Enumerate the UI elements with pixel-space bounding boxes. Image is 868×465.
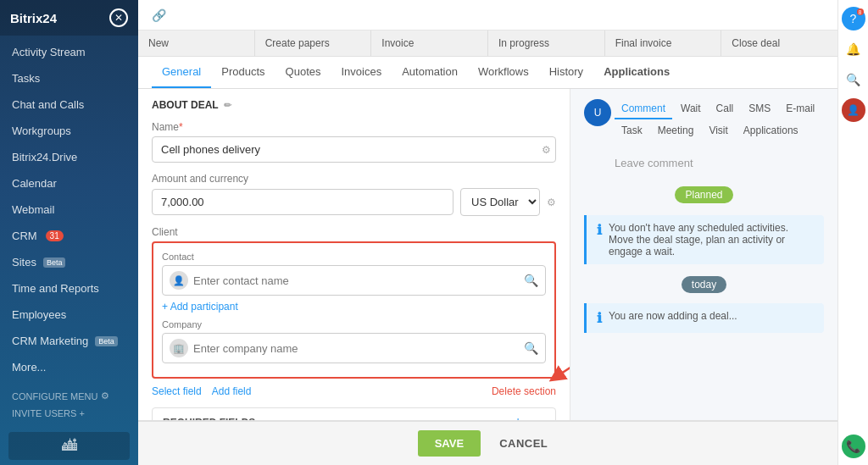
edit-icon[interactable]: ✏ bbox=[224, 100, 231, 111]
activity-tab-call[interactable]: Call bbox=[709, 99, 741, 119]
adding-deal-text: You are now adding a deal... bbox=[609, 310, 737, 322]
add-field-link[interactable]: Add field bbox=[212, 385, 252, 397]
client-label: Client bbox=[152, 226, 556, 238]
sidebar-item-label: Chat and Calls bbox=[12, 98, 84, 111]
sidebar-item-calendar[interactable]: Calendar bbox=[0, 170, 138, 197]
sidebar-item-activity-stream[interactable]: Activity Stream bbox=[0, 39, 138, 65]
tab-automation[interactable]: Automation bbox=[392, 57, 468, 88]
activity-tab-comment[interactable]: Comment bbox=[615, 99, 672, 119]
add-participant-link[interactable]: + Add participant bbox=[162, 301, 546, 313]
activity-tab-visit[interactable]: Visit bbox=[702, 121, 734, 141]
configure-menu-button[interactable]: CONFIGURE MENU ⚙ bbox=[12, 387, 126, 405]
city-icon: 🏙 bbox=[62, 437, 77, 455]
contact-input-row: 👤 🔍 bbox=[162, 265, 546, 296]
delete-section-link[interactable]: Delete section bbox=[492, 385, 556, 397]
tab-invoices[interactable]: Invoices bbox=[331, 57, 392, 88]
search-button[interactable]: 🔍 bbox=[842, 68, 865, 91]
company-search-icon[interactable]: 🔍 bbox=[524, 341, 538, 355]
phone-button[interactable]: 📞 bbox=[842, 435, 865, 458]
stage-in-progress[interactable]: In progress bbox=[488, 30, 605, 56]
activity-header-row: U Comment Wait Call SMS bbox=[584, 99, 824, 181]
tab-products[interactable]: Products bbox=[211, 57, 275, 88]
today-badge: today bbox=[682, 276, 726, 293]
sidebar-item-drive[interactable]: Bitrix24.Drive bbox=[0, 144, 138, 170]
currency-select[interactable]: US Dollar EUR GBP bbox=[460, 188, 540, 216]
invite-users-button[interactable]: INVITE USERS + bbox=[12, 405, 126, 422]
company-name-input[interactable] bbox=[193, 342, 519, 355]
activity-content: Comment Wait Call SMS E-mail bbox=[615, 99, 824, 181]
no-activities-info: ℹ You don't have any scheduled activitie… bbox=[584, 215, 824, 264]
stage-new[interactable]: New bbox=[138, 30, 255, 56]
stage-close-deal[interactable]: Close deal bbox=[721, 30, 837, 56]
contact-avatar-icon: 👤 bbox=[170, 271, 188, 290]
stage-invoice[interactable]: Invoice bbox=[371, 30, 488, 56]
help-button[interactable]: ? 8 bbox=[842, 7, 865, 30]
stage-final-invoice[interactable]: Final invoice bbox=[605, 30, 722, 56]
sidebar-header: Bitrix24 ✕ bbox=[0, 0, 138, 36]
user-profile-button[interactable]: 👤 bbox=[842, 98, 865, 122]
tab-quotes[interactable]: Quotes bbox=[275, 57, 331, 88]
topbar: 🔗 bbox=[138, 0, 837, 30]
stage-label: New bbox=[148, 37, 169, 49]
sidebar-item-more[interactable]: More... bbox=[0, 354, 138, 380]
sidebar-item-label: CRM Marketing bbox=[12, 335, 88, 347]
sidebar-item-label: Sites bbox=[12, 256, 36, 268]
name-input[interactable] bbox=[152, 136, 556, 163]
tab-general[interactable]: General bbox=[152, 57, 211, 88]
sidebar-item-label: Bitrix24.Drive bbox=[12, 151, 77, 163]
about-deal-title: ABOUT DEAL bbox=[152, 99, 219, 111]
adding-deal-message: ℹ You are now adding a deal... bbox=[584, 303, 824, 333]
sidebar-item-label: Time and Reports bbox=[12, 282, 99, 295]
sidebar-item-time-reports[interactable]: Time and Reports bbox=[0, 275, 138, 302]
activity-tab-applications[interactable]: Applications bbox=[737, 121, 805, 141]
sidebar-item-label: Webmail bbox=[12, 203, 54, 216]
stage-label: Close deal bbox=[732, 37, 780, 49]
no-activities-text: You don't have any scheduled activities.… bbox=[609, 222, 814, 257]
sidebar-item-chat-calls[interactable]: Chat and Calls bbox=[0, 91, 138, 118]
contact-name-input[interactable] bbox=[193, 274, 519, 287]
amount-input[interactable] bbox=[152, 189, 453, 215]
sidebar-item-crm[interactable]: CRM 31 bbox=[0, 223, 138, 249]
notifications-button[interactable]: 🔔 bbox=[842, 37, 865, 61]
sidebar-item-webmail[interactable]: Webmail bbox=[0, 197, 138, 223]
cancel-button[interactable]: CANCEL bbox=[489, 430, 558, 457]
amount-field-options-icon[interactable]: ⚙ bbox=[547, 197, 556, 208]
contact-search-icon[interactable]: 🔍 bbox=[524, 274, 538, 287]
select-field-link[interactable]: Select field bbox=[152, 385, 202, 397]
sidebar-item-crm-marketing[interactable]: CRM Marketing Beta bbox=[0, 328, 138, 354]
name-field-options-icon[interactable]: ⚙ bbox=[542, 144, 551, 156]
stage-label: Invoice bbox=[381, 37, 414, 49]
sidebar-item-workgroups[interactable]: Workgroups bbox=[0, 118, 138, 144]
sidebar-nav: Activity Stream Tasks Chat and Calls Wor… bbox=[0, 36, 138, 380]
activity-tab-sms[interactable]: SMS bbox=[742, 99, 777, 119]
sidebar-item-tasks[interactable]: Tasks bbox=[0, 65, 138, 91]
content-area: ABOUT DEAL ✏ Name* ⚙ Amount and currency bbox=[138, 89, 837, 420]
stage-label: Create papers bbox=[265, 37, 330, 49]
app-logo: Bitrix24 bbox=[10, 11, 57, 25]
bell-icon: 🔔 bbox=[846, 42, 860, 56]
help-notification-dot: 8 bbox=[857, 8, 864, 15]
phone-icon: 📞 bbox=[846, 440, 860, 453]
tab-history[interactable]: History bbox=[539, 57, 593, 88]
save-button[interactable]: SAVE bbox=[418, 430, 481, 457]
right-icons-bar: ? 8 🔔 🔍 👤 📞 bbox=[837, 0, 868, 465]
name-label: Name* bbox=[152, 121, 556, 133]
activity-tab-wait[interactable]: Wait bbox=[674, 99, 708, 119]
stage-create-papers[interactable]: Create papers bbox=[255, 30, 372, 56]
sidebar-item-employees[interactable]: Employees bbox=[0, 302, 138, 328]
tab-workflows[interactable]: Workflows bbox=[468, 57, 539, 88]
leave-comment-text: Leave comment bbox=[615, 152, 824, 174]
sidebar-item-sites[interactable]: Sites Beta bbox=[0, 249, 138, 275]
activity-tab-task[interactable]: Task bbox=[615, 121, 649, 141]
activity-tab-meeting[interactable]: Meeting bbox=[651, 121, 701, 141]
settings-icon: ⚙ bbox=[101, 390, 109, 401]
tab-applications[interactable]: Applications bbox=[593, 57, 680, 88]
info-icon: ℹ bbox=[597, 222, 602, 238]
sidebar-item-label: More... bbox=[12, 361, 46, 374]
activity-tab-email[interactable]: E-mail bbox=[779, 99, 821, 119]
planned-badge-wrapper: Planned bbox=[584, 186, 824, 210]
name-input-wrapper: ⚙ bbox=[152, 136, 556, 163]
sidebar-close-button[interactable]: ✕ bbox=[109, 8, 128, 27]
pipeline: New Create papers Invoice In progress Fi… bbox=[138, 30, 837, 57]
field-actions: Select field Add field Delete section bbox=[152, 385, 556, 397]
